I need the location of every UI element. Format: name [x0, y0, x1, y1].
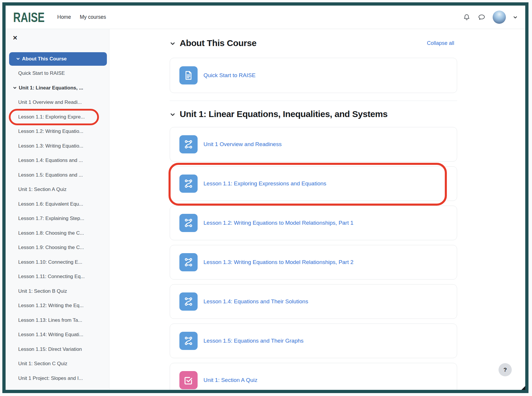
sidebar-item-label: Unit 1: Section A Quiz [18, 187, 66, 192]
activity-card-unit1-overview: Unit 1 Overview and Readiness [170, 127, 457, 162]
sidebar-item-label: Lesson 1.7: Explaining Step... [18, 216, 84, 221]
chevron-down-icon[interactable] [513, 15, 518, 20]
brand-logo-text: RAISE [13, 9, 45, 25]
top-navbar: RAISE Home My courses [6, 6, 525, 29]
sidebar-item-lesson-1-9[interactable]: Lesson 1.9: Choosing the C... [6, 241, 109, 255]
chevron-down-icon[interactable] [170, 41, 176, 47]
activity-card-lesson-1-3: Lesson 1.3: Writing Equations to Model R… [170, 245, 457, 280]
route-icon [179, 292, 198, 311]
sidebar-item-lesson-1-6[interactable]: Lesson 1.6: Equivalent Equ... [6, 197, 109, 211]
sidebar-item-lesson-1-10[interactable]: Lesson 1.10: Connecting E... [6, 255, 109, 270]
sidebar-item-label: Lesson 1.3: Writing Equatio... [18, 143, 83, 149]
sidebar-item-label: Lesson 1.4: Equations and ... [18, 158, 83, 163]
chevron-down-icon [16, 57, 20, 61]
quiz-icon [179, 371, 198, 389]
section-header-about: About This Course [170, 37, 257, 50]
help-button[interactable]: ? [499, 363, 512, 376]
nav-link-home[interactable]: Home [57, 14, 71, 20]
primary-nav: Home My courses [57, 14, 106, 20]
sidebar-item-label: Unit 1: Linear Equations, ... [19, 85, 83, 91]
activity-link[interactable]: Unit 1 Overview and Readiness [203, 141, 282, 148]
sidebar-item-unit1-project[interactable]: Unit 1 Project: Slopes and I... [6, 371, 109, 386]
activity-card-quick-start: Quick Start to RAISE [170, 58, 457, 93]
activity-link[interactable]: Lesson 1.5: Equations and Their Graphs [203, 338, 304, 344]
route-icon [179, 214, 198, 232]
activity-link[interactable]: Lesson 1.3: Writing Equations to Model R… [203, 259, 353, 265]
sidebar-item-lesson-1-1[interactable]: Lesson 1.1: Exploring Expre... [6, 110, 109, 124]
section-divider [170, 101, 457, 101]
sidebar-item-label: Unit 1: Section C Quiz [18, 361, 67, 367]
route-icon [179, 135, 198, 153]
course-index-drawer: ✕ About This Course Quick Start to RAISE… [6, 29, 110, 390]
sidebar-item-label: Lesson 1.15: Direct Variation [18, 346, 82, 352]
sidebar-item-label: Unit 1: Section B Quiz [18, 288, 67, 294]
sidebar-item-lesson-1-5[interactable]: Lesson 1.5: Equations and ... [6, 168, 109, 182]
document-icon [179, 66, 198, 84]
sidebar-item-about-this-course[interactable]: About This Course [6, 52, 109, 66]
sidebar-item-lesson-1-3[interactable]: Lesson 1.3: Writing Equatio... [6, 139, 109, 153]
sidebar-item-lesson-1-14[interactable]: Lesson 1.14: Writing Equati... [6, 328, 109, 342]
sidebar-item-label: Unit 1 Overview and Readi... [18, 99, 82, 105]
sidebar-item-label: Lesson 1.5: Equations and ... [18, 172, 83, 178]
section-title: About This Course [180, 38, 257, 48]
sidebar-item-lesson-1-8[interactable]: Lesson 1.8: Choosing the C... [6, 226, 109, 241]
navbar-actions [463, 11, 518, 24]
close-icon[interactable]: ✕ [13, 35, 18, 41]
sidebar-item-label: Lesson 1.13: Lines from Ta... [18, 317, 82, 323]
activity-card-lesson-1-1: Lesson 1.1: Exploring Expressions and Eq… [170, 166, 457, 201]
app-window: RAISE Home My courses [2, 2, 528, 393]
sidebar-item-lesson-1-15[interactable]: Lesson 1.15: Direct Variation [6, 342, 109, 357]
chevron-down-icon[interactable] [170, 112, 176, 118]
sidebar-item-label: Lesson 1.1: Exploring Expre... [18, 114, 85, 120]
activity-link[interactable]: Unit 1: Section A Quiz [203, 377, 257, 383]
activity-card-lesson-1-2: Lesson 1.2: Writing Equations to Model R… [170, 206, 457, 240]
sidebar-item-lesson-1-12[interactable]: Lesson 1.12: Writing the Eq... [6, 299, 109, 313]
course-index-list: About This Course Quick Start to RAISE U… [6, 52, 109, 386]
sidebar-item-label: Lesson 1.6: Equivalent Equ... [18, 201, 83, 207]
activity-link[interactable]: Quick Start to RAISE [203, 72, 255, 79]
brand-logo[interactable]: RAISE [13, 9, 48, 25]
sidebar-item-label: Quick Start to RAISE [18, 70, 65, 76]
sidebar-item-unit-1[interactable]: Unit 1: Linear Equations, ... [6, 81, 109, 95]
course-content: About This Course Collapse all Quick Sta… [110, 29, 525, 390]
sidebar-item-lesson-1-11[interactable]: Lesson 1.11: Connecting Eq... [6, 270, 109, 284]
section-title: Unit 1: Linear Equations, Inequalities, … [180, 109, 388, 119]
activity-card-lesson-1-4: Lesson 1.4: Equations and Their Solution… [170, 284, 457, 319]
sidebar-item-label: Lesson 1.11: Connecting Eq... [18, 274, 85, 280]
sidebar-item-lesson-1-13[interactable]: Lesson 1.13: Lines from Ta... [6, 313, 109, 328]
sidebar-item-label: Unit 1 Project: Slopes and I... [18, 375, 83, 381]
sidebar-item-label: Lesson 1.10: Connecting E... [18, 259, 82, 265]
sidebar-item-section-a-quiz[interactable]: Unit 1: Section A Quiz [6, 182, 109, 197]
collapse-all-link[interactable]: Collapse all [427, 40, 454, 46]
route-icon [179, 175, 198, 193]
nav-link-my-courses[interactable]: My courses [80, 14, 106, 20]
sidebar-item-lesson-1-7[interactable]: Lesson 1.7: Explaining Step... [6, 211, 109, 226]
section-header-unit1: Unit 1: Linear Equations, Inequalities, … [170, 108, 388, 121]
activity-link[interactable]: Lesson 1.2: Writing Equations to Model R… [203, 220, 353, 226]
route-icon [179, 253, 198, 271]
activity-card-lesson-1-5: Lesson 1.5: Equations and Their Graphs [170, 324, 457, 358]
sidebar-item-label: Lesson 1.8: Choosing the C... [18, 230, 84, 236]
chat-icon[interactable] [478, 13, 486, 21]
sidebar-item-label: About This Course [22, 56, 67, 62]
sidebar-item-lesson-1-4[interactable]: Lesson 1.4: Equations and ... [6, 153, 109, 168]
sidebar-item-section-b-quiz[interactable]: Unit 1: Section B Quiz [6, 284, 109, 299]
sidebar-item-unit1-overview[interactable]: Unit 1 Overview and Readi... [6, 95, 109, 110]
activity-link[interactable]: Lesson 1.4: Equations and Their Solution… [203, 298, 308, 305]
chevron-down-icon [13, 86, 17, 90]
sidebar-active-pill: About This Course [9, 52, 107, 66]
sidebar-item-lesson-1-2[interactable]: Lesson 1.2: Writing Equatio... [6, 124, 109, 139]
bell-icon[interactable] [463, 13, 471, 21]
resize-corner [521, 386, 525, 390]
activity-link[interactable]: Lesson 1.1: Exploring Expressions and Eq… [203, 180, 326, 187]
sidebar-item-quick-start[interactable]: Quick Start to RAISE [6, 66, 109, 81]
sidebar-item-label: Lesson 1.9: Choosing the C... [18, 245, 84, 251]
sidebar-item-section-c-quiz[interactable]: Unit 1: Section C Quiz [6, 357, 109, 371]
sidebar-item-label: Lesson 1.2: Writing Equatio... [18, 128, 83, 134]
sidebar-item-label: Lesson 1.12: Writing the Eq... [18, 303, 84, 309]
activity-card-section-a-quiz: Unit 1: Section A Quiz [170, 363, 457, 393]
sidebar-item-label: Lesson 1.14: Writing Equati... [18, 332, 83, 338]
route-icon [179, 332, 198, 350]
user-avatar[interactable] [493, 11, 506, 24]
